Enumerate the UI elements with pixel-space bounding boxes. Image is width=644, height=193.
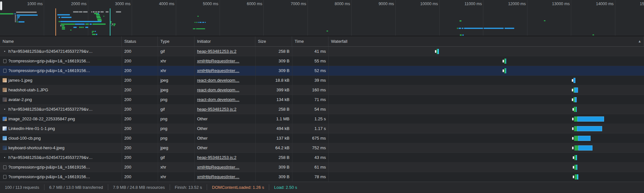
xhr-document-icon: [3, 69, 6, 73]
column-header-time[interactable]: Time: [292, 36, 328, 46]
waterfall-bar-blue[interactable]: [574, 87, 578, 93]
overview-activity-bar: [196, 22, 197, 23]
ruler-gridline: [132, 0, 132, 36]
initiator-link[interactable]: heap-953481253.js:2: [197, 155, 236, 160]
request-row[interactable]: cloud-100-cb.png200pngOther137 kB675 ms: [0, 133, 644, 143]
request-time: 675 ms: [292, 133, 328, 143]
overview-drag-handle[interactable]: [0, 1, 2, 10]
column-header-name[interactable]: Name: [0, 36, 122, 46]
request-row[interactable]: ?compression=gzip-js&ip=1&_=16619156…200…: [0, 172, 644, 182]
waterfall-bar-cyan[interactable]: [438, 49, 439, 54]
request-row[interactable]: h?a=953481253&u=5245472145537279&v…200gi…: [0, 153, 644, 162]
waterfall-bar-blue[interactable]: [578, 145, 592, 151]
initiator-link[interactable]: xmlHttpRequestInter…: [197, 68, 240, 73]
request-row[interactable]: keyboard-shortcut-hero-4.jpeg200jpegOthe…: [0, 143, 644, 153]
request-name[interactable]: keyboard-shortcut-hero-4.jpeg: [8, 145, 64, 150]
waterfall-queue-tick: [572, 98, 573, 101]
overview-activity-bar: [14, 13, 14, 14]
column-header-initiator[interactable]: Initiator: [194, 36, 255, 46]
request-name[interactable]: ?compression=gzip-js&ip=1&_=16619156…: [8, 165, 90, 170]
request-name[interactable]: headshot-utah-1.JPG: [8, 87, 48, 92]
ruler-tick-label: 3000 ms: [103, 2, 130, 6]
waterfall-bar-green[interactable]: [575, 174, 577, 179]
request-name[interactable]: h?a=953481253&u=5245472145537279&v…: [8, 49, 93, 54]
waterfall-bar-green[interactable]: [574, 107, 576, 112]
column-header-waterfall[interactable]: Waterfall: [328, 36, 644, 46]
ruler-tick-label: 9000 ms: [366, 2, 394, 6]
initiator-link[interactable]: heap-953481253.js:2: [197, 107, 236, 112]
overview-activity-bar: [83, 27, 84, 28]
column-header-status[interactable]: Status: [122, 36, 158, 46]
load-time: Load: 2.50 s: [269, 184, 302, 190]
initiator-link[interactable]: react-dom.developm…: [197, 87, 240, 92]
initiator-link[interactable]: xmlHttpRequestInter…: [197, 165, 240, 170]
request-time: 55 ms: [292, 56, 328, 66]
waterfall-bar-cyan[interactable]: [577, 174, 578, 179]
initiator-link[interactable]: xmlHttpRequestInter…: [197, 59, 240, 63]
ruler-tick-label: 11000 ms: [454, 2, 482, 6]
waterfall-bar-blue[interactable]: [578, 136, 591, 141]
overview-activity-bar: [95, 11, 97, 13]
request-name[interactable]: cloud-100-cb.png: [8, 136, 41, 141]
request-type: gif: [158, 105, 194, 114]
request-name[interactable]: avatar-2.png: [8, 97, 32, 102]
ruler-tick-label: 8000 ms: [322, 2, 350, 6]
initiator-link[interactable]: react-dom.developm…: [197, 97, 240, 102]
request-status: 200: [122, 124, 158, 133]
request-name[interactable]: ?compression=gzip-js&ip=1&_=16619156…: [8, 59, 90, 63]
column-header-size[interactable]: Size: [255, 36, 292, 46]
waterfall-bar-cyan[interactable]: [506, 68, 506, 73]
waterfall-bar-cyan[interactable]: [506, 59, 506, 64]
tiny-image-dot-icon: [4, 157, 5, 158]
request-time: 54 ms: [292, 105, 328, 114]
request-name[interactable]: h?a=953481253&u=5245472145537279&v…: [8, 107, 93, 112]
overview-activity-bar: [60, 25, 62, 26]
request-name[interactable]: james-1.jpeg: [8, 78, 32, 83]
overview-activity-bar: [113, 25, 115, 26]
request-row[interactable]: ?compression=gzip-js&ip=1&_=16619156…200…: [0, 162, 644, 172]
waterfall-queue-tick: [503, 69, 504, 72]
request-row[interactable]: image_2022-08-22_225335847.png200pngOthe…: [0, 114, 644, 124]
waterfall-bar-cyan[interactable]: [576, 165, 577, 170]
image-thumbnail-icon: [3, 146, 7, 150]
waterfall-bar-green[interactable]: [574, 136, 578, 141]
request-name[interactable]: image_2022-08-22_225335847.png: [8, 116, 75, 121]
initiator-link[interactable]: xmlHttpRequestInter…: [197, 174, 240, 179]
request-name[interactable]: ?compression=gzip-js&ip=1&_=16619156…: [8, 174, 90, 179]
request-row[interactable]: ?compression=gzip-js&ip=1&_=16619156…200…: [0, 66, 644, 76]
request-size: 18.8 kB: [255, 76, 292, 85]
tiny-image-dot-icon: [4, 51, 5, 52]
waterfall-bar-green[interactable]: [574, 145, 578, 151]
overview-activity-bar: [484, 28, 504, 29]
waterfall-bar-cyan[interactable]: [576, 107, 577, 112]
waterfall-bar-cyan[interactable]: [576, 155, 577, 160]
request-name[interactable]: LinkedIn-Hire-01-1-1.png: [8, 126, 55, 131]
image-thumbnail-icon: [3, 97, 7, 102]
initiator-link[interactable]: heap-953481253.js:2: [197, 49, 236, 54]
ruler-tick-label: 4000 ms: [147, 2, 175, 6]
request-row[interactable]: LinkedIn-Hire-01-1-1.png200pngOther494 k…: [0, 124, 644, 133]
waterfall-queue-tick: [572, 118, 573, 120]
ruler-tick-label: 14000 ms: [586, 2, 614, 6]
column-header-type[interactable]: Type: [158, 36, 194, 46]
request-row[interactable]: ?compression=gzip-js&ip=1&_=16619156…200…: [0, 56, 644, 66]
waterfall-bar-blue[interactable]: [575, 97, 577, 102]
request-name[interactable]: ?compression=gzip-js&ip=1&_=16619156…: [8, 68, 90, 73]
request-name[interactable]: h?a=953481253&u=5245472145537279&v…: [8, 155, 93, 160]
network-overview-timeline[interactable]: 1000 ms2000 ms3000 ms4000 ms5000 ms6000 …: [0, 0, 644, 36]
request-row[interactable]: h?a=953481253&u=5245472145537279&v…200gi…: [0, 47, 644, 56]
sort-ascending-icon[interactable]: ▲: [638, 39, 641, 43]
overview-activity-bar: [18, 21, 24, 23]
request-row[interactable]: avatar-2.png200pngreact-dom.developm…134…: [0, 95, 644, 105]
request-row[interactable]: james-1.jpeg200jpegreact-dom.developm…18…: [0, 76, 644, 85]
request-status: 200: [122, 56, 158, 66]
request-row[interactable]: headshot-utah-1.JPG200jpegreact-dom.deve…: [0, 85, 644, 95]
waterfall-bar-green[interactable]: [574, 126, 577, 131]
waterfall-bar-blue[interactable]: [573, 78, 575, 83]
waterfall-bar-blue[interactable]: [577, 116, 604, 122]
overview-activity-bar: [93, 11, 95, 13]
request-row[interactable]: h?a=953481253&u=5245472145537279&v…200gi…: [0, 105, 644, 114]
waterfall-bar-blue[interactable]: [577, 126, 602, 131]
initiator-link[interactable]: react-dom.developm…: [197, 78, 240, 83]
waterfall-bar-green[interactable]: [574, 116, 577, 122]
